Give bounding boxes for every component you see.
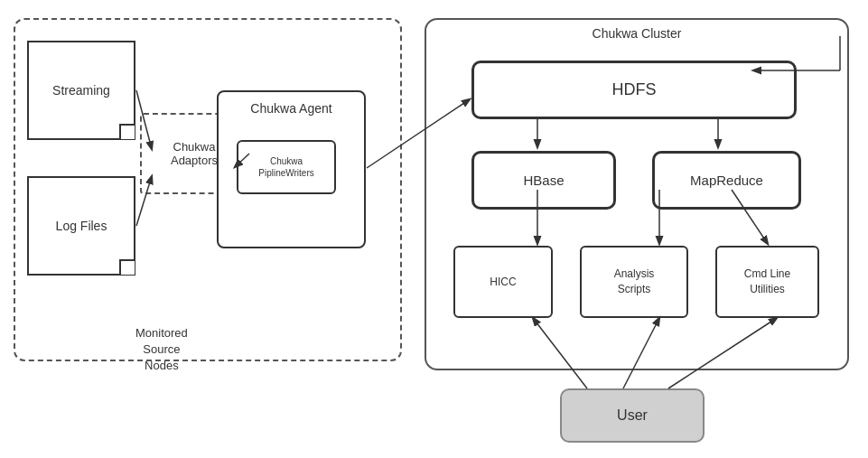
streaming-label: Streaming xyxy=(52,83,110,98)
mapreduce-box: MapReduce xyxy=(652,151,801,210)
chukwa-cluster-title: Chukwa Cluster xyxy=(426,19,847,41)
logfiles-label: Log Files xyxy=(56,219,107,233)
hdfs-label: HDFS xyxy=(612,80,657,99)
cmdline-label: Cmd Line Utilities xyxy=(744,266,790,297)
hicc-box: HICC xyxy=(453,246,553,318)
analysis-scripts-label: Analysis Scripts xyxy=(614,266,655,297)
diagram-container: Monitored Source Nodes Streaming Log Fil… xyxy=(0,0,868,458)
hdfs-box: HDFS xyxy=(471,61,797,119)
user-box: User xyxy=(560,388,705,443)
user-label: User xyxy=(617,407,648,424)
logfiles-box: Log Files xyxy=(27,176,135,276)
agent-label: Chukwa Agent xyxy=(219,101,364,116)
right-panel: Chukwa Cluster HDFS HBase MapReduce HICC… xyxy=(425,18,849,370)
adaptors-label: Chukwa Adaptors xyxy=(171,140,218,167)
hicc-label: HICC xyxy=(490,275,516,290)
hbase-box: HBase xyxy=(471,151,616,210)
pipeline-box: Chukwa PiplineWriters xyxy=(237,140,336,194)
analysis-scripts-box: Analysis Scripts xyxy=(580,246,688,318)
pipeline-label: Chukwa PiplineWriters xyxy=(258,155,314,179)
mapreduce-label: MapReduce xyxy=(690,173,763,188)
monitored-source-label: Monitored Source Nodes xyxy=(135,325,188,375)
streaming-box: Streaming xyxy=(27,41,135,140)
hbase-label: HBase xyxy=(523,173,564,188)
cmdline-box: Cmd Line Utilities xyxy=(715,246,819,318)
